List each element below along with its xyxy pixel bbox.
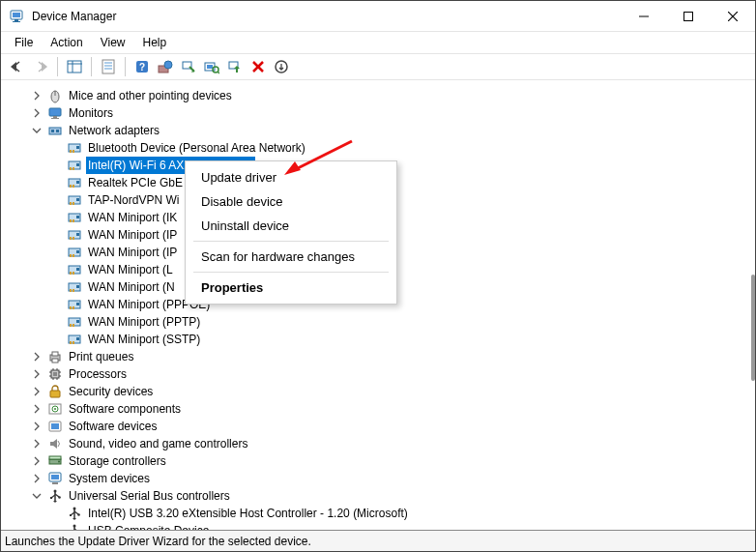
tree-item-label: Storage controllers: [67, 452, 168, 470]
tree-item[interactable]: Network adapters: [11, 122, 755, 139]
collapse-icon[interactable]: [30, 124, 44, 137]
tree-item-label: Software devices: [67, 418, 159, 435]
collapse-icon[interactable]: [30, 489, 44, 503]
svg-rect-5: [684, 12, 693, 20]
tree-item[interactable]: Monitors: [11, 104, 755, 122]
tree-item-label: USB Composite Device: [86, 522, 211, 530]
netcard-icon: [67, 192, 82, 208]
close-button[interactable]: [711, 1, 755, 32]
uninstall-device-button[interactable]: [247, 56, 269, 77]
enable-device-button[interactable]: [224, 56, 246, 77]
tree-item-label: Mice and other pointing devices: [67, 87, 234, 104]
netcard-icon: [67, 332, 82, 347]
tree-item[interactable]: Print queues: [11, 348, 755, 365]
svg-line-23: [218, 72, 219, 73]
scrollbar[interactable]: [751, 275, 755, 381]
usb-icon: [67, 506, 82, 521]
menu-file[interactable]: File: [7, 34, 41, 51]
expand-icon[interactable]: [30, 420, 44, 433]
netcard-icon: [67, 227, 82, 243]
context-update-driver[interactable]: Update driver: [188, 165, 394, 189]
tree-item-label: Sound, video and game controllers: [67, 435, 249, 452]
toolbar: ?: [1, 53, 755, 80]
tree-item[interactable]: Sound, video and game controllers: [11, 435, 755, 452]
show-hide-tree-button[interactable]: [64, 56, 85, 77]
expand-icon[interactable]: [30, 367, 44, 381]
tree-item-label: Processors: [67, 365, 129, 383]
forward-button[interactable]: [30, 56, 51, 77]
tree-item[interactable]: WAN Miniport (SSTP): [11, 331, 755, 348]
tree-item[interactable]: Processors: [11, 365, 755, 383]
tree-item[interactable]: Storage controllers: [11, 452, 755, 470]
tree-item[interactable]: USB Composite Device: [11, 522, 755, 530]
menu-action[interactable]: Action: [43, 34, 90, 51]
tree-item[interactable]: Security devices: [11, 383, 755, 400]
expand-icon[interactable]: [30, 402, 44, 416]
svg-text:?: ?: [139, 62, 145, 73]
svg-rect-2: [15, 19, 18, 21]
svg-rect-1: [13, 13, 20, 17]
tree-item-label: WAN Miniport (L: [86, 261, 175, 278]
tree-item-label: Bluetooth Device (Personal Area Network): [86, 139, 307, 157]
help-button[interactable]: ?: [131, 56, 153, 77]
usb-icon: [47, 488, 63, 504]
tree-item-label: Network adapters: [67, 122, 161, 139]
context-disable-device[interactable]: Disable device: [188, 189, 394, 214]
app-icon: [9, 9, 24, 24]
tree-item-label: TAP-NordVPN Wi: [86, 191, 181, 209]
netcard-icon: [67, 279, 82, 295]
tree-item[interactable]: Software components: [11, 400, 755, 418]
expand-icon[interactable]: [30, 106, 44, 120]
cpu-icon: [47, 366, 63, 382]
scan-hardware-button[interactable]: [201, 56, 222, 77]
mouse-icon: [47, 88, 63, 103]
context-scan-hardware[interactable]: Scan for hardware changes: [188, 245, 394, 269]
expand-icon[interactable]: [30, 472, 44, 485]
device-tree-area: Mice and other pointing devicesMonitorsN…: [1, 81, 755, 530]
tree-item[interactable]: Software devices: [11, 418, 755, 435]
monitor-icon: [47, 105, 63, 121]
tree-item-label: WAN Miniport (IK: [86, 209, 179, 226]
maximize-button[interactable]: [666, 1, 711, 32]
properties-button[interactable]: [98, 56, 119, 77]
context-separator: [193, 241, 389, 242]
netcard-icon: [67, 210, 82, 225]
menubar: File Action View Help: [1, 32, 755, 53]
tree-item[interactable]: System devices: [11, 470, 755, 487]
expand-icon[interactable]: [30, 350, 44, 363]
tree-item[interactable]: Universal Serial Bus controllers: [11, 487, 755, 505]
context-separator: [193, 272, 389, 273]
update-driver-button[interactable]: [155, 56, 176, 77]
statusbar: Launches the Update Driver Wizard for th…: [1, 530, 755, 551]
tree-item[interactable]: WAN Miniport (PPTP): [11, 313, 755, 331]
tree-item[interactable]: Intel(R) USB 3.20 eXtensible Host Contro…: [11, 505, 755, 522]
minimize-button[interactable]: [622, 1, 666, 32]
security-icon: [47, 384, 63, 399]
legacy-add-button[interactable]: [271, 56, 292, 77]
expand-icon[interactable]: [30, 385, 44, 398]
menu-view[interactable]: View: [93, 34, 133, 51]
tree-item-label: Realtek PCIe GbE: [86, 174, 185, 191]
expand-icon[interactable]: [30, 454, 44, 468]
svg-point-18: [164, 61, 172, 69]
titlebar: Device Manager: [1, 1, 755, 32]
device-tree[interactable]: Mice and other pointing devicesMonitorsN…: [1, 81, 755, 530]
context-properties[interactable]: Properties: [188, 276, 394, 300]
storage-icon: [47, 453, 63, 469]
tree-item[interactable]: Mice and other pointing devices: [11, 87, 755, 104]
tree-item-label: WAN Miniport (IP: [86, 226, 179, 244]
disable-device-button[interactable]: [178, 56, 199, 77]
tree-item-label: Software components: [67, 400, 183, 418]
sound-icon: [47, 436, 63, 451]
tree-item-label: WAN Miniport (N: [86, 278, 177, 296]
menu-help[interactable]: Help: [135, 34, 175, 51]
expand-icon[interactable]: [30, 437, 44, 450]
expand-icon[interactable]: [30, 89, 44, 102]
netcard-icon: [67, 245, 82, 260]
tree-item[interactable]: Bluetooth Device (Personal Area Network): [11, 139, 755, 157]
back-button[interactable]: [7, 56, 28, 77]
context-uninstall-device[interactable]: Uninstall device: [188, 214, 394, 238]
svg-rect-3: [13, 21, 20, 22]
netcard-icon: [67, 314, 82, 330]
netcard-icon: [67, 262, 82, 277]
